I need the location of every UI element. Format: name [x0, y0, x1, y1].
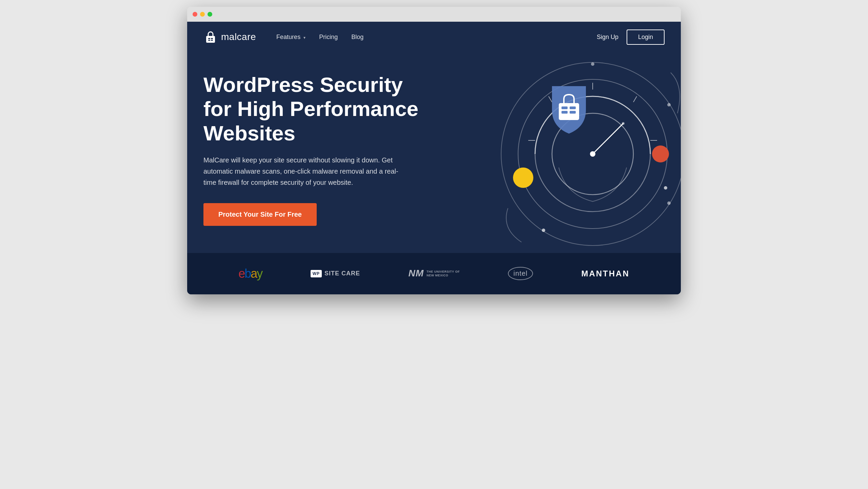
hero-illustration: [481, 52, 681, 253]
logo-link[interactable]: malcare: [203, 30, 256, 44]
nav-features-link[interactable]: Features ▾: [276, 34, 305, 40]
svg-rect-1: [208, 38, 210, 39]
hero-content: WordPress Security for High Performance …: [203, 73, 424, 226]
svg-line-12: [549, 96, 552, 102]
brands-bar: ebay WP SITE CARE NM THE UNIVERSITY OF N…: [187, 253, 681, 294]
svg-rect-4: [211, 40, 213, 41]
nav-pricing-link[interactable]: Pricing: [319, 34, 338, 40]
logo-icon: [203, 30, 218, 44]
browser-window: malcare Features ▾ Pricing: [187, 7, 681, 294]
svg-rect-3: [208, 40, 210, 41]
wp-badge: WP: [311, 270, 322, 277]
nav-item-features[interactable]: Features ▾: [276, 34, 305, 41]
brand-unm: NM THE UNIVERSITY OF NEW MEXICO: [409, 268, 460, 279]
hero-title: WordPress Security for High Performance …: [203, 73, 424, 145]
nav-item-pricing[interactable]: Pricing: [319, 34, 338, 41]
svg-point-18: [667, 103, 671, 106]
navbar: malcare Features ▾ Pricing: [187, 22, 681, 52]
close-button[interactable]: [193, 12, 197, 17]
svg-rect-25: [561, 106, 568, 109]
nav-item-blog[interactable]: Blog: [351, 34, 363, 41]
brand-manthan: MANTHAN: [581, 269, 629, 278]
svg-point-15: [590, 151, 595, 157]
svg-rect-0: [206, 36, 215, 43]
brand-sitecare: WP SITE CARE: [311, 270, 360, 277]
dropdown-arrow-icon: ▾: [303, 35, 305, 40]
svg-rect-26: [570, 106, 576, 109]
svg-point-22: [664, 186, 667, 190]
titlebar: [187, 7, 681, 22]
svg-point-20: [513, 168, 533, 188]
hero-svg: [481, 52, 681, 253]
svg-point-16: [622, 122, 625, 125]
svg-line-14: [593, 123, 623, 154]
navbar-right: Sign Up Login: [597, 30, 665, 45]
svg-rect-2: [211, 38, 213, 39]
signup-link[interactable]: Sign Up: [597, 34, 618, 41]
hero-section: WordPress Security for High Performance …: [187, 52, 681, 253]
svg-rect-27: [561, 111, 568, 114]
site-content: malcare Features ▾ Pricing: [187, 22, 681, 294]
svg-point-21: [652, 145, 669, 162]
svg-line-10: [633, 96, 637, 102]
maximize-button[interactable]: [208, 12, 212, 17]
svg-point-23: [542, 229, 545, 232]
brand-intel: intel: [508, 267, 533, 280]
navbar-left: malcare Features ▾ Pricing: [203, 30, 363, 44]
nav-links: Features ▾ Pricing Blog: [276, 34, 363, 41]
svg-rect-28: [570, 111, 576, 114]
svg-point-17: [591, 62, 594, 66]
nav-blog-link[interactable]: Blog: [351, 34, 363, 40]
login-button[interactable]: Login: [627, 30, 665, 45]
minimize-button[interactable]: [200, 12, 205, 17]
brand-ebay: ebay: [238, 267, 262, 281]
svg-point-19: [667, 201, 671, 205]
logo-text: malcare: [221, 32, 256, 42]
hero-description: MalCare will keep your site secure witho…: [203, 155, 407, 188]
cta-button[interactable]: Protect Your Site For Free: [203, 203, 317, 226]
